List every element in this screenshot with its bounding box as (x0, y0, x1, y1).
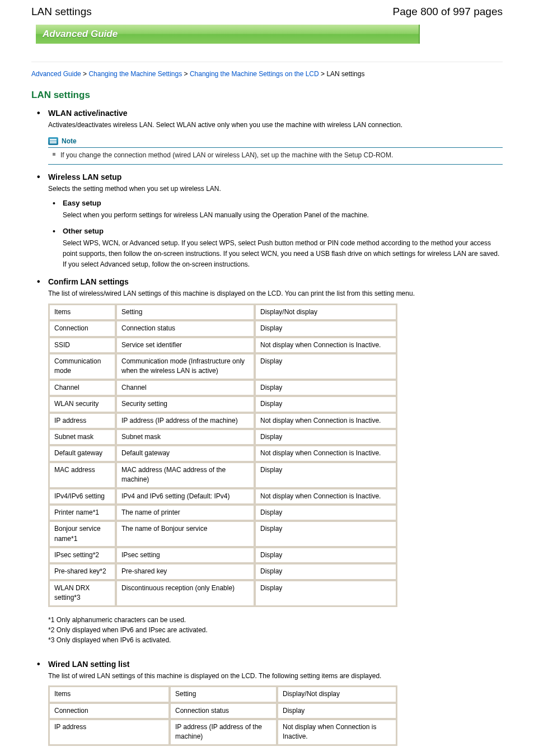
cell: Connection status (170, 703, 277, 718)
sub-head: Other setup (63, 226, 503, 237)
cell: IP address (49, 413, 115, 428)
breadcrumb-sep: > (81, 70, 89, 78)
cell: Not display when Connection is Inactive. (255, 338, 396, 353)
cell: Communication mode (Infrastructure only … (116, 354, 254, 379)
breadcrumb-l3[interactable]: Changing the Machine Settings on the LCD (190, 70, 319, 78)
table-row: ItemsSettingDisplay/Not display (49, 687, 396, 702)
note-icon (48, 137, 58, 145)
cell: Default gateway (116, 446, 254, 461)
breadcrumb-current: LAN settings (326, 70, 364, 78)
cell: Subnet mask (49, 430, 115, 445)
cell: IP address (IP address of the machine) (170, 720, 277, 745)
cell: Display (278, 703, 396, 718)
cell: Display (255, 430, 396, 445)
note-text: If you change the connection method (wir… (48, 148, 503, 164)
guide-banner: Advanced Guide (36, 25, 420, 44)
setting-item: Wireless LAN setup Selects the setting m… (31, 172, 503, 269)
cell: Communication mode (49, 354, 115, 379)
cell: The name of printer (116, 505, 254, 520)
table-row: ConnectionConnection statusDisplay (49, 703, 396, 718)
cell: Channel (116, 380, 254, 395)
cell: Display (255, 463, 396, 488)
note-rule (48, 164, 503, 165)
table-row: Pre-shared key*2Pre-shared keyDisplay (49, 564, 396, 579)
table-row: Printer name*1The name of printerDisplay (49, 505, 396, 520)
cell: WLAN DRX setting*3 (49, 581, 115, 606)
setting-head: Wireless LAN setup (31, 172, 503, 181)
cell: MAC address (49, 463, 115, 488)
sub-item: Easy setup Select when you perform setti… (48, 198, 503, 221)
cell: Display (255, 505, 396, 520)
table-row: WLAN securitySecurity settingDisplay (49, 396, 396, 412)
breadcrumb-l1[interactable]: Advanced Guide (31, 70, 81, 78)
cell: IPv4 and IPv6 setting (Default: IPv4) (116, 489, 254, 504)
cell: IP address (49, 720, 169, 745)
table-row: Communication modeCommunication mode (In… (49, 354, 396, 379)
table-row: MAC addressMAC address (MAC address of t… (49, 463, 396, 488)
table-row: ItemsSettingDisplay/Not display (49, 305, 396, 320)
cell: Connection status (116, 321, 254, 336)
cell: Not display when Connection is Inactive. (255, 446, 396, 461)
table-row: IP addressIP address (IP address of the … (49, 413, 396, 428)
setting-item: Confirm LAN settings The list of wireles… (31, 277, 503, 645)
setting-head: Confirm LAN settings (31, 277, 503, 286)
cell: Pre-shared key*2 (49, 564, 115, 579)
breadcrumb-l2[interactable]: Changing the Machine Settings (88, 70, 182, 78)
table-row: WLAN DRX setting*3Discontinuous receptio… (49, 581, 396, 606)
setting-body-text: Activates/deactivates wireless LAN. Sele… (48, 121, 402, 129)
cell: Connection (49, 703, 169, 718)
table-row: Bonjour service name*1The name of Bonjou… (49, 521, 396, 547)
cell: Default gateway (49, 446, 115, 461)
table-row: Default gatewayDefault gatewayNot displa… (49, 446, 396, 461)
table-footnotes: *1 Only alphanumeric characters can be u… (48, 615, 503, 645)
table-row: Subnet maskSubnet maskDisplay (49, 430, 396, 445)
sub-body: Select WPS, WCN, or Advanced setup. If y… (63, 238, 503, 269)
setting-head: WLAN active/inactive (31, 109, 503, 118)
cell: Subnet mask (116, 430, 254, 445)
setting-body-text: The list of wireless/wired LAN settings … (48, 290, 415, 297)
setting-item: WLAN active/inactive Activates/deactivat… (31, 109, 503, 165)
cell: The name of Bonjour service (116, 521, 254, 547)
cell: Connection (49, 321, 115, 336)
cell: Channel (49, 380, 115, 395)
page-title: LAN settings (31, 6, 92, 18)
note-label: Note (62, 136, 77, 147)
wireless-settings-table: ItemsSettingDisplay/Not displayConnectio… (48, 304, 397, 607)
cell: Pre-shared key (116, 564, 254, 579)
cell: Setting (170, 687, 277, 702)
cell: MAC address (MAC address of the machine) (116, 463, 254, 488)
table-row: IPsec setting*2IPsec settingDisplay (49, 548, 396, 563)
guide-banner-label: Advanced Guide (43, 29, 118, 40)
cell: Display (255, 380, 396, 395)
cell: Setting (116, 305, 254, 320)
setting-body-text: Selects the setting method when you set … (48, 185, 221, 193)
cell: Display (255, 396, 396, 412)
cell: Not display when Connection is Inactive. (255, 489, 396, 504)
table-row: SSIDService set identifierNot display wh… (49, 338, 396, 353)
setting-head: Wired LAN setting list (31, 660, 503, 669)
cell: Security setting (116, 396, 254, 412)
cell: IPsec setting*2 (49, 548, 115, 563)
cell: IP address (IP address of the machine) (116, 413, 254, 428)
cell: IPv4/IPv6 setting (49, 489, 115, 504)
cell: Items (49, 687, 169, 702)
cell: Bonjour service name*1 (49, 521, 115, 547)
cell: WLAN security (49, 396, 115, 412)
cell: Display/Not display (255, 305, 396, 320)
sub-head: Easy setup (63, 198, 503, 209)
cell: Display (255, 321, 396, 336)
cell: Not display when Connection is Inactive. (278, 720, 396, 745)
cell: Service set identifier (116, 338, 254, 353)
table-row: IP addressIP address (IP address of the … (49, 720, 396, 745)
cell: Display (255, 548, 396, 563)
breadcrumb-sep: > (182, 70, 190, 78)
cell: Discontinuous reception (only Enable) (116, 581, 254, 606)
cell: Display/Not display (278, 687, 396, 702)
cell: Not display when Connection is Inactive. (255, 413, 396, 428)
section-heading: LAN settings (31, 90, 503, 101)
table-row: IPv4/IPv6 settingIPv4 and IPv6 setting (… (49, 489, 396, 504)
cell: IPsec setting (116, 548, 254, 563)
cell: Items (49, 305, 115, 320)
breadcrumb-sep: > (319, 70, 327, 78)
cell: Display (255, 521, 396, 547)
